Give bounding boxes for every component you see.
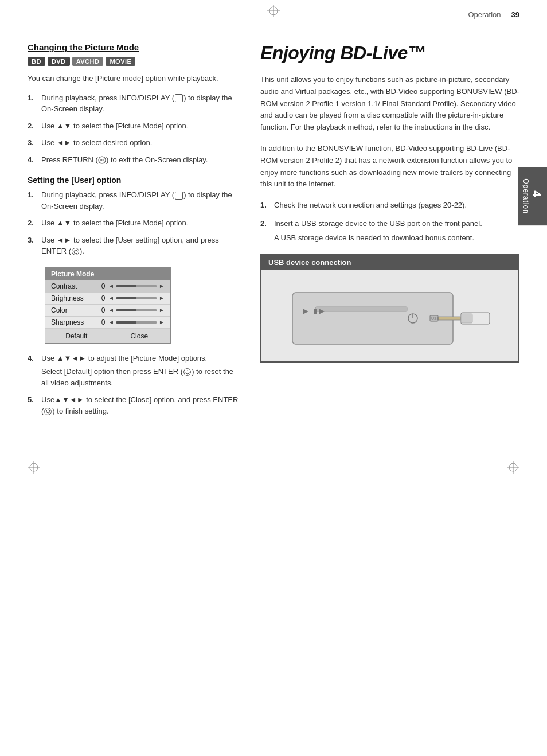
pm-row-sharpness: Sharpness 0 ◄ ► [45, 317, 170, 329]
substep-2: 2. Use ▲▼ to select the [Picture Mode] o… [28, 217, 240, 229]
left-column: Changing the Picture Mode BD DVD AVCHD M… [28, 42, 240, 427]
pm-row-color: Color 0 ◄ ► [45, 305, 170, 317]
intro-text: You can change the [Picture mode] option… [28, 73, 240, 84]
right-step-2-num: 2. [260, 218, 274, 244]
usb-device-box: USB device connection [260, 254, 519, 363]
subsection-title: Setting the [User] option [28, 176, 240, 185]
after-box-steps: 4. Use ▲▼◄► to adjust the [Picture Mode]… [28, 353, 240, 417]
section-label: Operation [468, 10, 501, 19]
substep-3: 3. Use ◄► to select the [User setting] o… [28, 235, 240, 257]
pm-default-btn[interactable]: Default [45, 329, 108, 343]
step-4: 4. Press RETURN () to exit the On-Screen… [28, 154, 240, 166]
step-3-text: Use ◄► to select desired option. [41, 137, 240, 149]
pm-arrow-right-sharpness: ► [159, 319, 165, 325]
enter-icon-2 [183, 368, 191, 376]
step-1: 1. During playback, press INFO/DISPLAY (… [28, 92, 240, 115]
svg-point-3 [99, 157, 106, 163]
display-icon-2 [175, 192, 183, 200]
badge-row: BD DVD AVCHD MOVIE [28, 57, 240, 66]
pm-close-btn[interactable]: Close [108, 329, 171, 343]
pm-bar-color: ◄ ► [108, 307, 165, 313]
pm-arrow-right-contrast: ► [159, 283, 165, 289]
right-step-1-text: Check the network connection and setting… [274, 201, 467, 209]
pm-arrow-left-contrast: ◄ [108, 283, 114, 289]
pm-arrow-right-brightness: ► [159, 295, 165, 301]
right-step-2-note: A USB storage device is needed to downlo… [274, 232, 519, 244]
substep-2-num: 2. [28, 217, 41, 229]
pm-label-brightness: Brightness [51, 294, 98, 302]
right-step-2: 2. Insert a USB storage device to the US… [260, 218, 519, 244]
right-intro-1: This unit allows you to enjoy functions … [260, 74, 519, 134]
pm-value-contrast: 0 [98, 282, 108, 290]
pm-arrow-left-color: ◄ [108, 307, 114, 313]
afterstep-4: 4. Use ▲▼◄► to adjust the [Picture Mode]… [28, 353, 240, 389]
big-title: Enjoying BD-Live™ [260, 42, 519, 64]
pm-value-brightness: 0 [98, 294, 108, 302]
right-step-2-content: Insert a USB storage device to the USB p… [274, 218, 519, 244]
afterstep-5: 5. Use▲▼◄► to select the [Close] option,… [28, 394, 240, 416]
right-intro-2: In addition to the BONUSVIEW function, B… [260, 143, 519, 190]
usb-box-image: USB [261, 270, 518, 361]
side-tab-number: 4 [530, 178, 543, 209]
page-number: 39 [511, 10, 519, 19]
page: Operation 39 Changing the Picture Mode B… [0, 0, 547, 756]
step-3: 3. Use ◄► to select desired option. [28, 137, 240, 149]
usb-box-title: USB device connection [261, 255, 518, 270]
side-tab: 4 Operation [518, 167, 547, 225]
pm-bar-sharpness: ◄ ► [108, 319, 165, 325]
pm-footer: Default Close [45, 329, 170, 343]
pm-bar-track-contrast [116, 285, 157, 287]
step-4-num: 4. [28, 154, 41, 166]
afterstep-5-num: 5. [28, 394, 41, 416]
enter-icon [72, 248, 79, 255]
substep-1-text: During playback, press INFO/DISPLAY () t… [41, 189, 240, 212]
substep-3-text: Use ◄► to select the [User setting] opti… [41, 235, 240, 257]
step-2-num: 2. [28, 120, 41, 132]
pm-arrow-left-sharpness: ◄ [108, 319, 114, 325]
badge-avchd: AVCHD [72, 57, 104, 66]
pm-title: Picture Mode [45, 268, 170, 280]
svg-rect-15 [461, 314, 472, 323]
usb-illustration: USB [261, 270, 518, 361]
afterstep-4-note: Select [Default] option then press ENTER… [41, 366, 240, 388]
svg-rect-13 [438, 317, 461, 320]
substep-2-text: Use ▲▼ to select the [Picture Mode] opti… [41, 217, 240, 229]
pm-arrow-right-color: ► [159, 307, 165, 313]
bottom-crosshairs [0, 457, 547, 478]
svg-rect-8 [314, 309, 317, 314]
main-steps-list: 1. During playback, press INFO/DISPLAY (… [28, 92, 240, 166]
badge-bd: BD [28, 57, 45, 66]
pm-row-contrast: Contrast 0 ◄ ► [45, 280, 170, 293]
badge-movie: MOVIE [106, 57, 135, 66]
badge-dvd: DVD [48, 57, 70, 66]
right-step-2-text: Insert a USB storage device to the USB p… [274, 219, 482, 228]
sub-steps-list: 1. During playback, press INFO/DISPLAY (… [28, 189, 240, 257]
step-4-text: Press RETURN () to exit the On-Screen di… [41, 154, 240, 166]
step-1-num: 1. [28, 92, 41, 115]
step-2: 2. Use ▲▼ to select the [Picture Mode] o… [28, 120, 240, 132]
pm-bar-contrast: ◄ ► [108, 283, 165, 289]
top-crosshair [267, 5, 280, 19]
svg-text:USB: USB [431, 317, 440, 321]
step-3-num: 3. [28, 137, 41, 149]
bottom-right-crosshair [507, 461, 519, 474]
section-title: Changing the Picture Mode [28, 42, 240, 52]
enter-icon-3 [44, 408, 52, 415]
step-2-text: Use ▲▼ to select the [Picture Mode] opti… [41, 120, 240, 132]
right-column: Enjoying BD-Live™ This unit allows you t… [260, 42, 519, 427]
bottom-left-crosshair [28, 461, 40, 474]
right-step-1-num: 1. [260, 200, 274, 211]
pm-value-sharpness: 0 [98, 318, 108, 326]
pm-bar-track-sharpness [116, 321, 157, 324]
pm-bar-track-brightness [116, 297, 157, 299]
pm-bar-track-color [116, 309, 157, 311]
side-tab-label: Operation [522, 178, 530, 214]
display-icon [175, 94, 183, 102]
step-1-text: During playback, press INFO/DISPLAY () t… [41, 92, 240, 115]
svg-rect-4 [292, 293, 453, 344]
svg-rect-6 [315, 307, 407, 311]
pm-value-color: 0 [98, 306, 108, 314]
substep-1: 1. During playback, press INFO/DISPLAY (… [28, 189, 240, 212]
right-step-1: 1. Check the network connection and sett… [260, 200, 519, 211]
afterstep-4-text: Use ▲▼◄► to adjust the [Picture Mode] op… [41, 353, 240, 389]
